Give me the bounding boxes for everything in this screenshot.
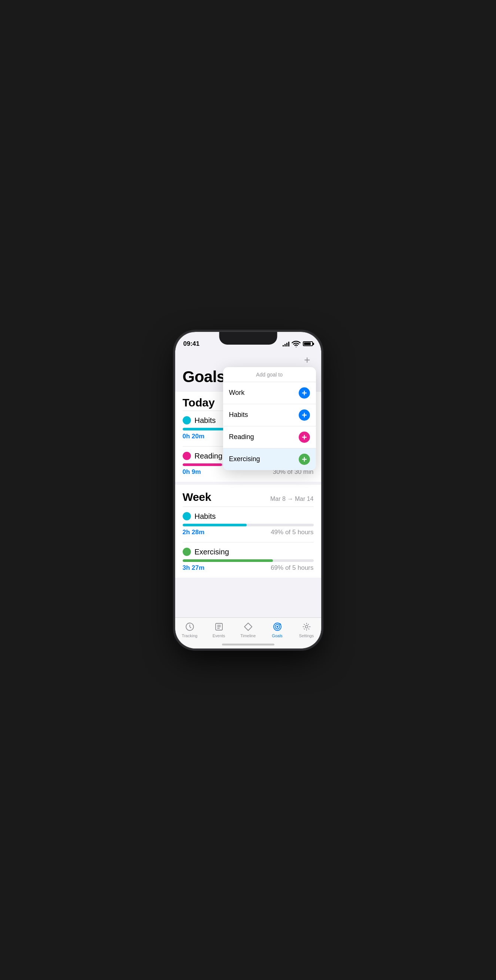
tab-tracking[interactable]: Tracking [175,622,204,638]
dropdown-overlay: Add goal to Work Habits [175,351,321,617]
notch [219,332,277,345]
tracking-icon [185,622,195,632]
svg-point-5 [276,625,278,627]
tab-settings[interactable]: Settings [292,622,321,638]
wifi-icon [292,339,301,348]
exercising-plus-icon [301,456,307,462]
dropdown-work-label: Work [229,389,245,397]
battery-icon [303,341,313,346]
clock-icon [185,622,195,632]
dropdown-habits-label: Habits [229,411,248,419]
list-icon [214,622,224,632]
dropdown-exercising-label: Exercising [229,455,260,463]
dropdown-reading[interactable]: Reading [223,426,316,449]
tab-goals[interactable]: Goals [263,622,292,638]
goals-icon [272,622,283,632]
work-add-button[interactable] [299,387,310,399]
dropdown-header: Add goal to [223,367,316,382]
diamond-icon [243,622,253,632]
events-label: Events [212,633,225,638]
tracking-label: Tracking [182,633,198,638]
signal-icon [283,341,289,347]
phone-screen: 09:41 [175,332,321,649]
reading-plus-icon [301,434,307,440]
timeline-icon [243,622,254,632]
status-time: 09:41 [184,340,200,348]
habits-add-button[interactable] [299,409,310,421]
dropdown-menu: Add goal to Work Habits [223,367,316,470]
svg-point-6 [305,625,308,628]
dropdown-reading-label: Reading [229,433,254,441]
exercising-add-button[interactable] [299,453,310,465]
reading-add-button[interactable] [299,431,310,443]
settings-icon [301,622,312,632]
habits-plus-icon [301,412,307,418]
phone-frame: 09:41 [175,332,321,649]
events-icon [214,622,224,632]
tab-timeline[interactable]: Timeline [234,622,263,638]
dropdown-exercising[interactable]: Exercising [223,449,316,470]
work-plus-icon [301,390,307,396]
gear-icon [302,622,311,632]
home-indicator [222,644,274,646]
target-icon [273,622,282,632]
dropdown-work[interactable]: Work [223,382,316,404]
svg-point-0 [296,347,296,347]
dropdown-habits[interactable]: Habits [223,404,316,426]
tab-events[interactable]: Events [204,622,234,638]
timeline-label: Timeline [240,633,256,638]
status-icons [283,339,313,348]
settings-label: Settings [299,633,314,638]
goals-label: Goals [272,633,283,638]
